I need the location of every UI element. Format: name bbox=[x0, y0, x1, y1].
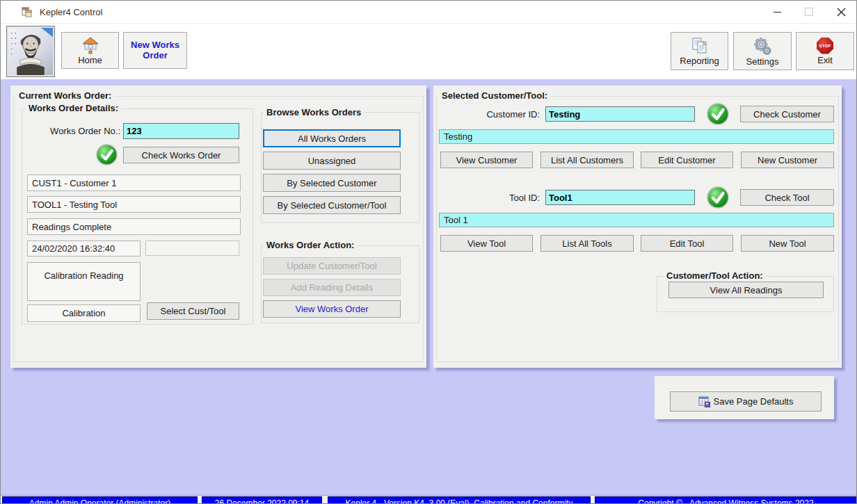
works-order-no-input[interactable] bbox=[123, 123, 239, 139]
exit-stop-icon: STOP bbox=[817, 38, 833, 54]
works-order-no-label: Works Order No.: bbox=[29, 124, 120, 139]
close-icon bbox=[837, 8, 846, 17]
new-tool-button[interactable]: New Tool bbox=[741, 235, 834, 252]
reporting-label: Reporting bbox=[680, 56, 719, 66]
customer-name-display: Testing bbox=[439, 129, 834, 144]
check-customer-button[interactable]: Check Customer bbox=[740, 106, 834, 122]
settings-label: Settings bbox=[746, 56, 779, 67]
title-bar-background bbox=[1, 1, 856, 23]
customer-tool-action-title: Customer/Tool Action: bbox=[664, 270, 766, 281]
save-page-defaults-button[interactable]: Save Page Defaults bbox=[670, 391, 822, 412]
works-order-extra-display bbox=[145, 241, 239, 256]
status-datetime: 26 December 2022 09:14 bbox=[202, 496, 322, 504]
kepler4-control-window: Kepler4 Control bbox=[0, 0, 857, 504]
current-works-order-title: Current Works Order: bbox=[16, 90, 114, 101]
works-order-tool-display: TOOL1 - Testing Tool bbox=[27, 196, 241, 213]
works-order-action-title: Works Order Action: bbox=[264, 240, 357, 250]
edit-customer-button[interactable]: Edit Customer bbox=[641, 152, 733, 168]
works-order-status-display: Readings Complete bbox=[27, 218, 241, 235]
works-order-details-title: Works Order Details: bbox=[26, 103, 121, 113]
app-window-icon bbox=[22, 6, 33, 17]
home-icon bbox=[81, 36, 99, 54]
view-customer-button[interactable]: View Customer bbox=[440, 152, 533, 168]
works-order-datetime-display: 24/02/2020 16:32:40 bbox=[27, 241, 141, 257]
exit-button[interactable]: STOP Exit bbox=[796, 32, 854, 70]
reporting-icon bbox=[691, 37, 709, 55]
home-button[interactable]: Home bbox=[61, 32, 119, 69]
add-reading-details-button[interactable]: Add Reading Details bbox=[263, 279, 401, 296]
minimize-button[interactable] bbox=[761, 1, 793, 22]
select-cust-tool-button[interactable]: Select Cust/Tool bbox=[147, 302, 239, 320]
by-selected-customer-tool-button[interactable]: By Selected Customer/Tool bbox=[263, 196, 401, 214]
reporting-button[interactable]: Reporting bbox=[671, 32, 728, 70]
tool-id-input[interactable] bbox=[545, 190, 695, 205]
settings-gears-icon bbox=[752, 36, 773, 56]
works-order-customer-display: CUST1 - Customer 1 bbox=[27, 174, 241, 191]
list-all-tools-button[interactable]: List All Tools bbox=[540, 235, 634, 252]
new-customer-button[interactable]: New Customer bbox=[741, 152, 834, 168]
maximize-button[interactable] bbox=[793, 1, 825, 22]
status-copyright: Copyright © - Advanced Witness Systems 2… bbox=[595, 496, 857, 504]
check-tool-button[interactable]: Check Tool bbox=[740, 189, 834, 206]
check-works-order-button[interactable]: Check Works Order bbox=[123, 147, 239, 163]
close-button[interactable] bbox=[825, 1, 857, 22]
customer-check-ok-icon bbox=[707, 103, 729, 125]
new-works-order-button[interactable]: New Works Order bbox=[123, 32, 187, 69]
list-all-customers-button[interactable]: List All Customers bbox=[540, 152, 634, 168]
view-works-order-button[interactable]: View Works Order bbox=[263, 300, 401, 318]
exit-label: Exit bbox=[817, 55, 833, 65]
view-all-readings-button[interactable]: View All Readings bbox=[668, 282, 824, 298]
reading-type-display: Calibration Reading bbox=[27, 262, 141, 301]
save-grid-icon bbox=[698, 396, 710, 407]
new-works-order-label: New Works Order bbox=[124, 40, 186, 61]
settings-button[interactable]: Settings bbox=[733, 32, 792, 70]
tool-id-label: Tool ID: bbox=[460, 190, 540, 206]
customer-id-label: Customer ID: bbox=[460, 107, 540, 122]
status-operator: Admin Admin Operator (Administrator) bbox=[2, 496, 198, 504]
status-version: Kepler 4 - Version K4, 3.00 (Eval), Cali… bbox=[328, 496, 591, 504]
all-works-orders-button[interactable]: All Works Orders bbox=[263, 129, 401, 147]
customer-id-input[interactable] bbox=[545, 106, 695, 122]
view-tool-button[interactable]: View Tool bbox=[440, 235, 533, 252]
update-customer-tool-button[interactable]: Update Customer/Tool bbox=[263, 257, 401, 275]
order-type-display: Calibration bbox=[27, 304, 141, 322]
kepler-portrait-image bbox=[6, 26, 55, 77]
save-page-defaults-label: Save Page Defaults bbox=[714, 396, 794, 407]
minimize-icon bbox=[774, 12, 781, 13]
window-title: Kepler4 Control bbox=[40, 7, 102, 17]
stop-text: STOP bbox=[819, 44, 831, 48]
maximize-icon bbox=[805, 8, 813, 16]
unassigned-button[interactable]: Unassigned bbox=[263, 152, 401, 170]
check-ok-icon bbox=[96, 144, 118, 165]
by-selected-customer-button[interactable]: By Selected Customer bbox=[263, 174, 401, 192]
tool-check-ok-icon bbox=[707, 186, 729, 209]
selected-customer-tool-title: Selected Customer/Tool: bbox=[439, 90, 550, 101]
browse-works-orders-title: Browse Works Orders bbox=[264, 107, 364, 117]
edit-tool-button[interactable]: Edit Tool bbox=[641, 235, 733, 252]
home-label: Home bbox=[78, 55, 102, 65]
tool-name-display: Tool 1 bbox=[439, 213, 834, 227]
